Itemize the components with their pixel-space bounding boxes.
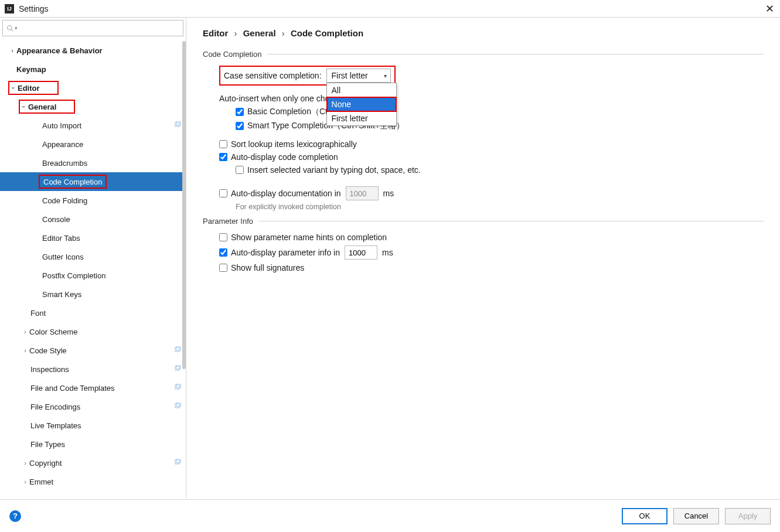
auto-display-doc-checkbox[interactable] [219,189,227,197]
insert-selected-variant-checkbox[interactable] [236,166,244,174]
tree-label: Color Scheme [29,328,77,336]
tree-item-inspections[interactable]: Inspections [0,360,186,378]
section-parameter-info: Parameter Info [203,217,764,226]
settings-tree: › Appearance & Behavior Keymap › Editor … [0,40,186,498]
chevron-right-icon: › [8,47,16,54]
breadcrumb-sep: › [282,28,285,38]
help-icon[interactable]: ? [9,510,21,522]
chevron-down-icon: › [10,84,17,92]
search-dropdown-icon[interactable]: ▾ [15,25,18,31]
tree-item-live-templates[interactable]: Live Templates [0,416,186,435]
tree-item-editor[interactable]: › Editor [0,79,186,97]
tree-item-code-completion[interactable]: Code Completion [0,172,186,191]
tree-label: Font [30,309,46,318]
dropdown-option-none[interactable]: None [327,97,396,111]
tree-item-smart-keys[interactable]: Smart Keys [0,285,186,303]
tree-item-keymap[interactable]: Keymap [0,60,186,79]
show-param-hints-label: Show parameter name hints on completion [231,233,387,242]
search-input[interactable] [20,24,179,33]
section-label: Code Completion [203,50,261,59]
tree-item-postfix-completion[interactable]: Postfix Completion [0,266,186,285]
project-badge-icon [174,121,181,130]
tree-item-file-encodings[interactable]: File Encodings [0,397,186,416]
project-badge-icon [174,365,181,374]
titlebar: IJ Settings ✕ [0,0,780,18]
tree-label: Code Completion [43,178,102,186]
svg-point-0 [8,25,12,29]
tree-item-appearance-behavior[interactable]: › Appearance & Behavior [0,41,186,60]
cancel-button[interactable]: Cancel [673,508,719,524]
svg-rect-6 [175,366,179,370]
tree-item-console[interactable]: Console [0,210,186,229]
show-param-hints-checkbox[interactable] [219,233,227,241]
row-insert-selected-variant: Insert selected variant by typing dot, s… [236,165,764,175]
tree-item-emmet[interactable]: ›Emmet [0,472,186,491]
svg-rect-12 [175,460,179,464]
tree-label: General [28,103,56,111]
tree-label: Keymap [16,65,46,74]
tree-item-font[interactable]: Font [0,303,186,322]
row-case-sensitive: Case sensitive completion: First letter … [219,66,764,86]
main-panel: Editor › General › Code Completion Code … [186,18,780,498]
dropdown-option-first-letter[interactable]: First letter [327,111,396,125]
row-auto-display-doc: Auto-display documentation in ms [219,186,764,200]
svg-rect-3 [176,121,180,125]
basic-completion-checkbox[interactable] [236,108,244,116]
row-smart-type-completion: Smart Type Completion（Ctrl+Shift+空格） [236,121,764,131]
tree-label: File and Code Templates [30,384,115,393]
tree-label: Smart Keys [42,290,81,299]
svg-rect-9 [176,384,180,388]
tree-item-code-style[interactable]: ›Code Style [0,341,186,360]
scrollbar-thumb[interactable] [182,41,186,369]
tree-item-gutter-icons[interactable]: Gutter Icons [0,247,186,266]
smart-type-completion-checkbox[interactable] [236,122,244,130]
window-title: Settings [19,4,49,13]
svg-rect-11 [176,403,180,407]
tree-item-general[interactable]: › General [0,97,186,116]
tree-label: Gutter Icons [42,253,84,261]
tree-label: Breadcrumbs [42,159,87,168]
ms-label: ms [382,248,393,257]
tree-item-code-folding[interactable]: Code Folding [0,191,186,210]
auto-display-cc-checkbox[interactable] [219,153,227,161]
auto-param-info-checkbox[interactable] [219,248,227,257]
case-sensitive-dropdown: All None First letter [326,83,397,126]
sort-lookup-label: Sort lookup items lexicographically [231,139,357,149]
chevron-down-icon: ▾ [384,73,387,79]
tree-label: Live Templates [30,421,81,430]
breadcrumb-part[interactable]: Editor [203,28,228,38]
tree-item-color-scheme[interactable]: ›Color Scheme [0,322,186,341]
breadcrumb-part: Code Completion [291,28,363,38]
breadcrumb-part[interactable]: General [243,28,276,38]
show-full-sig-label: Show full signatures [231,263,304,272]
search-box[interactable]: ▾ [2,20,183,36]
tree-item-editor-tabs[interactable]: Editor Tabs [0,229,186,247]
auto-param-info-label: Auto-display parameter info in [231,248,340,257]
ok-button[interactable]: OK [622,508,667,524]
apply-button[interactable]: Apply [725,508,771,524]
svg-line-1 [11,29,13,31]
case-sensitive-combo[interactable]: First letter ▾ [326,69,391,83]
section-label: Parameter Info [203,217,253,226]
tree-label: Editor Tabs [42,234,80,243]
project-badge-icon [174,384,181,393]
tree-label: Emmet [29,478,53,486]
tree-label: File Types [30,440,65,449]
show-full-sig-checkbox[interactable] [219,264,227,272]
tree-item-copyright[interactable]: ›Copyright [0,453,186,472]
svg-rect-2 [175,122,179,127]
auto-display-doc-input[interactable] [346,186,379,200]
footer: ? OK Cancel Apply [0,499,780,532]
dropdown-option-all[interactable]: All [327,83,396,97]
tree-item-file-types[interactable]: File Types [0,435,186,453]
tree-item-file-code-templates[interactable]: File and Code Templates [0,378,186,397]
tree-item-appearance[interactable]: Appearance [0,135,186,154]
tree-item-auto-import[interactable]: Auto Import [0,116,186,135]
tree-item-breadcrumbs[interactable]: Breadcrumbs [0,154,186,172]
auto-display-cc-label: Auto-display code completion [231,152,338,162]
close-icon[interactable]: ✕ [765,2,774,15]
sort-lookup-checkbox[interactable] [219,140,227,148]
svg-rect-8 [175,385,179,389]
auto-param-info-input[interactable] [345,245,377,260]
project-badge-icon [174,403,181,411]
